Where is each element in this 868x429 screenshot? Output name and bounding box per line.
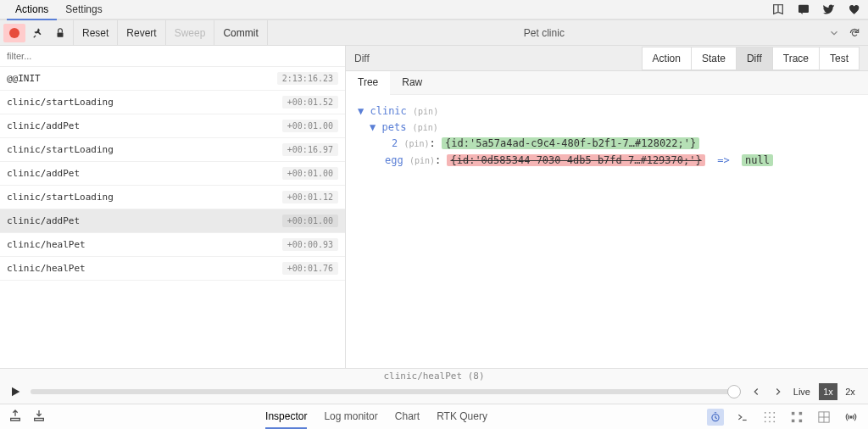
action-name: clinic/addPet: [7, 215, 282, 226]
svg-rect-2: [58, 32, 64, 36]
pin-label[interactable]: (pin): [413, 107, 438, 116]
filter-input[interactable]: [0, 46, 345, 67]
broadcast-icon[interactable]: [843, 409, 860, 426]
next-icon[interactable]: [771, 385, 785, 398]
action-time: +00:01.00: [282, 214, 338, 227]
action-name: clinic/startLoading: [7, 192, 282, 203]
action-row[interactable]: clinic/addPet+00:01.00: [0, 114, 345, 138]
action-name: clinic/healPet: [7, 263, 282, 274]
timeline-slider[interactable]: [31, 389, 741, 394]
subtab-raw[interactable]: Raw: [390, 71, 434, 94]
panel-tab-action[interactable]: Action: [642, 47, 692, 70]
action-name: clinic/startLoading: [7, 97, 282, 108]
topbar-tab-actions[interactable]: Actions: [7, 0, 57, 20]
tree-key-pets[interactable]: pets: [381, 121, 406, 133]
app-title: Pet clinic: [268, 27, 821, 39]
action-row[interactable]: @@INIT2:13:16.23: [0, 67, 345, 91]
svg-point-6: [765, 411, 766, 413]
pin-label[interactable]: (pin): [409, 156, 435, 165]
action-time: +00:01.52: [282, 96, 338, 109]
action-row[interactable]: clinic/startLoading+00:01.52: [0, 91, 345, 114]
pin-label[interactable]: (pin): [403, 139, 429, 148]
play-icon[interactable]: [8, 385, 22, 398]
action-row[interactable]: clinic/healPet+00:01.76: [0, 257, 345, 281]
panel-title: Diff: [354, 53, 370, 64]
commit-button[interactable]: Commit: [214, 20, 267, 45]
svg-rect-18: [799, 419, 803, 422]
action-row[interactable]: clinic/addPet+00:01.00: [0, 209, 345, 233]
action-name: clinic/healPet: [7, 239, 282, 250]
pin-label[interactable]: (pin): [413, 123, 438, 132]
chevron-down-icon[interactable]: [827, 26, 841, 40]
arrow-icon: =>: [717, 154, 729, 166]
tree-key-2[interactable]: 2: [392, 137, 398, 149]
tree-key-egg[interactable]: egg: [385, 154, 403, 166]
action-time: +00:01.00: [282, 120, 338, 132]
bottom-tab-rtk-query[interactable]: RTK Query: [437, 405, 487, 429]
action-row[interactable]: clinic/healPet+00:00.93: [0, 233, 345, 257]
svg-point-11: [773, 416, 775, 418]
panel-tab-trace[interactable]: Trace: [773, 47, 820, 70]
grid3-icon[interactable]: [815, 409, 832, 426]
speed-2x[interactable]: 2x: [841, 383, 860, 400]
svg-line-1: [34, 35, 36, 36]
action-time: +00:01.00: [282, 167, 338, 180]
action-row[interactable]: clinic/startLoading+00:16.97: [0, 138, 345, 162]
bottom-tab-inspector[interactable]: Inspector: [265, 405, 307, 429]
grid1-icon[interactable]: [761, 409, 778, 426]
record-button[interactable]: [3, 24, 25, 42]
action-name: @@INIT: [7, 73, 277, 84]
action-time: +00:01.76: [282, 262, 338, 275]
svg-point-14: [773, 421, 775, 422]
svg-rect-15: [792, 411, 795, 415]
revert-button[interactable]: Revert: [118, 20, 165, 45]
subtab-tree[interactable]: Tree: [346, 71, 390, 95]
topbar-tab-settings[interactable]: Settings: [57, 0, 110, 19]
console-icon[interactable]: [734, 409, 751, 426]
action-name: clinic/startLoading: [7, 144, 282, 155]
diff-removed: {id:'0d585344-7030-4db5-b7fd-7…#129370;'…: [447, 154, 704, 166]
prev-icon[interactable]: [749, 385, 763, 398]
svg-point-22: [850, 415, 852, 417]
svg-rect-17: [792, 419, 795, 422]
svg-rect-0: [798, 5, 809, 13]
action-time: +00:16.97: [282, 143, 338, 156]
svg-point-12: [765, 421, 766, 422]
action-time: +00:00.93: [282, 238, 338, 251]
action-time: 2:13:16.23: [277, 72, 338, 85]
refresh-icon[interactable]: [848, 26, 861, 40]
bottom-tab-log-monitor[interactable]: Log monitor: [324, 405, 377, 429]
twitter-icon[interactable]: [822, 3, 836, 16]
timer-icon[interactable]: [707, 409, 724, 426]
panel-tab-state[interactable]: State: [692, 47, 737, 70]
panel-tab-diff[interactable]: Diff: [737, 47, 773, 70]
svg-marker-3: [12, 387, 19, 397]
caret-icon[interactable]: ▼: [370, 121, 376, 133]
bottom-tab-chart[interactable]: Chart: [395, 405, 420, 429]
book-icon[interactable]: [771, 3, 785, 16]
reset-button[interactable]: Reset: [74, 20, 118, 45]
import-icon[interactable]: [32, 409, 46, 425]
action-row[interactable]: clinic/addPet+00:01.00: [0, 162, 345, 186]
slider-thumb[interactable]: [727, 385, 741, 398]
svg-point-13: [769, 421, 771, 422]
grid2-icon[interactable]: [788, 409, 805, 426]
diff-added: {id:'5a57a4ad-c9c4-480f-b2f1-7…#128022;'…: [442, 137, 699, 149]
speed-1x[interactable]: 1x: [819, 383, 837, 400]
chat-icon[interactable]: [797, 3, 810, 16]
action-row[interactable]: clinic/startLoading+00:01.12: [0, 186, 345, 209]
tree-key-clinic[interactable]: clinic: [370, 105, 406, 117]
svg-point-8: [773, 411, 775, 413]
export-icon[interactable]: [8, 409, 22, 425]
action-name: clinic/addPet: [7, 168, 282, 179]
heart-icon[interactable]: [848, 3, 861, 16]
live-label[interactable]: Live: [793, 387, 810, 397]
slider-label: clinic/healPet (8): [0, 369, 868, 383]
pin-icon[interactable]: [29, 24, 47, 42]
lock-icon[interactable]: [51, 24, 70, 42]
caret-icon[interactable]: ▼: [358, 105, 364, 117]
sweep-button[interactable]: Sweep: [166, 20, 215, 45]
svg-rect-16: [799, 411, 803, 415]
svg-point-9: [765, 416, 766, 418]
panel-tab-test[interactable]: Test: [820, 47, 860, 70]
